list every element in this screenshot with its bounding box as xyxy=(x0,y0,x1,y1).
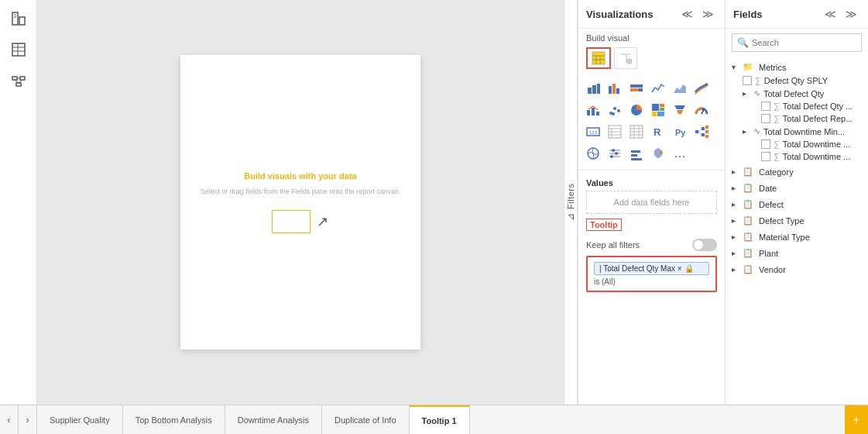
viz-row-2 xyxy=(583,100,720,120)
viz-slicer[interactable] xyxy=(605,143,625,164)
tree-group-header-material-type[interactable]: ▸ 📋 Material Type xyxy=(726,229,868,244)
bottom-tabs: ‹ › Supplier Quality Top Bottom Analysis… xyxy=(0,405,868,434)
tree-item-total-downtime-group[interactable]: ▸ ∿ Total Downtime Min... xyxy=(743,125,868,138)
viz-100-bar[interactable] xyxy=(626,78,647,98)
chevron-right-date: ▸ xyxy=(732,184,739,192)
tab-tooltip-1[interactable]: Tooltip 1 xyxy=(410,405,470,434)
viz-divider xyxy=(578,170,725,170)
report-icon[interactable] xyxy=(6,6,31,31)
viz-tab-format[interactable] xyxy=(614,47,637,69)
tree-item-total-downtime-2[interactable]: ∑ Total Downtime ... xyxy=(761,150,868,163)
vendor-label: Vendor xyxy=(759,265,786,274)
viz-stacked-bar[interactable] xyxy=(583,78,603,98)
canvas-placeholder: Build visuals with your data Select or d… xyxy=(201,171,401,234)
viz-r-visual[interactable]: R xyxy=(648,122,668,142)
fields-collapse-btn[interactable]: ≪ xyxy=(822,6,839,22)
tree-group-date: ▸ 📋 Date xyxy=(726,181,868,195)
item-total-defect-qty-1: Total Defect Qty ... xyxy=(783,102,853,111)
checkbox-total-downtime-2[interactable] xyxy=(761,152,770,161)
tree-item-total-defect-rep[interactable]: ∑ Total Defect Rep... xyxy=(761,112,868,125)
lock-icon: 🔒 xyxy=(684,264,694,273)
filters-panel[interactable]: ⊿ Filters xyxy=(564,0,578,405)
viz-ribbon[interactable] xyxy=(691,78,712,98)
checkbox-total-defect-qty-1[interactable] xyxy=(761,102,770,111)
tab-duplicate-of-info[interactable]: Duplicate of Info xyxy=(322,405,410,434)
tab-top-bottom-analysis[interactable]: Top Bottom Analysis xyxy=(123,405,225,434)
chevron-right-defect: ▸ xyxy=(732,200,739,208)
viz-pie[interactable] xyxy=(626,100,647,120)
filter-box: | Total Defect Qty Max × 🔒 is (All) xyxy=(586,256,717,292)
checkbox-total-defect-rep[interactable] xyxy=(761,114,770,123)
canvas-text: Select or drag fields from the Fields pa… xyxy=(201,187,401,197)
chevron-right-icon2: ▸ xyxy=(743,127,750,136)
svg-point-75 xyxy=(610,155,613,158)
viz-tab-table[interactable] xyxy=(586,47,611,69)
viz-python-visual[interactable]: Py xyxy=(670,122,690,142)
viz-area[interactable] xyxy=(670,78,690,98)
tree-item-total-downtime-1[interactable]: ∑ Total Downtime ... xyxy=(761,138,868,150)
svg-rect-14 xyxy=(592,52,605,64)
viz-line-clustered[interactable] xyxy=(583,100,603,120)
item-total-downtime-min: Total Downtime Min... xyxy=(763,127,845,136)
tree-item-defect-qty-sply[interactable]: ∑ Defect Qty SPLY xyxy=(743,74,868,87)
svg-rect-63 xyxy=(702,133,705,136)
tree-group-header-date[interactable]: ▸ 📋 Date xyxy=(726,181,868,195)
tab-add-button[interactable]: + xyxy=(845,405,868,434)
tree-group-header-metrics[interactable]: ▾ 📁 Metrics xyxy=(726,60,868,74)
tree-group-header-category[interactable]: ▸ 📋 Category xyxy=(726,164,868,179)
viz-expand-btn[interactable]: ≫ xyxy=(699,6,717,22)
viz-bar-chart2[interactable] xyxy=(626,143,647,164)
trend-icon: ∿ xyxy=(753,88,760,98)
viz-gauge[interactable] xyxy=(691,100,712,120)
viz-collapse-btn[interactable]: ≪ xyxy=(678,6,696,22)
chevron-right-category: ▸ xyxy=(732,167,739,176)
tab-scroll-left[interactable]: ‹ xyxy=(0,405,19,434)
viz-funnel[interactable] xyxy=(670,100,690,120)
metrics-folder-icon: 📁 xyxy=(743,62,753,72)
tree-group-header-defect-type[interactable]: ▸ 📋 Defect Type xyxy=(726,213,868,228)
tooltip-section: Tooltip xyxy=(586,219,622,234)
viz-map[interactable] xyxy=(583,143,603,164)
viz-table-visual[interactable] xyxy=(626,122,647,142)
viz-clustered-bar[interactable] xyxy=(605,78,625,98)
viz-matrix[interactable] xyxy=(605,122,625,142)
tab-scroll-right[interactable]: › xyxy=(19,405,37,434)
viz-treemap[interactable] xyxy=(648,100,668,120)
viz-row-4: … xyxy=(583,143,720,164)
tree-group-defect-type: ▸ 📋 Defect Type xyxy=(726,213,868,228)
search-input[interactable] xyxy=(752,38,859,47)
keep-filters-toggle[interactable] xyxy=(692,239,717,251)
svg-rect-39 xyxy=(660,104,664,107)
viz-filled-map[interactable] xyxy=(648,143,668,164)
checkbox-defect-qty-sply[interactable] xyxy=(743,76,752,85)
tree-item-total-defect-qty-group[interactable]: ▸ ∿ Total Defect Qty xyxy=(743,87,868,100)
tree-item-total-defect-qty-1[interactable]: ∑ Total Defect Qty ... xyxy=(761,100,868,112)
sigma-icon4: ∑ xyxy=(774,140,780,149)
tab-downtime-analysis[interactable]: Downtime Analysis xyxy=(225,405,322,434)
svg-point-79 xyxy=(660,151,663,154)
viz-decomp-tree[interactable] xyxy=(691,122,712,142)
svg-point-73 xyxy=(612,149,615,152)
tree-group-header-plant[interactable]: ▸ 📋 Plant xyxy=(726,246,868,260)
table-icon[interactable] xyxy=(6,37,31,62)
tree-group-header-vendor[interactable]: ▸ 📋 Vendor xyxy=(726,262,868,277)
svg-marker-44 xyxy=(677,110,683,114)
svg-rect-32 xyxy=(596,112,599,115)
viz-line[interactable] xyxy=(648,78,668,98)
checkbox-total-downtime-1[interactable] xyxy=(761,140,770,149)
filters-label[interactable]: ⊿ Filters xyxy=(565,184,576,221)
model-icon[interactable] xyxy=(6,68,31,93)
tree-group-header-defect[interactable]: ▸ 📋 Defect xyxy=(726,197,868,212)
fields-expand-btn[interactable]: ≫ xyxy=(842,6,860,22)
filter-tag[interactable]: | Total Defect Qty Max × 🔒 xyxy=(594,262,709,275)
chevron-down-icon: ▾ xyxy=(732,63,739,71)
tooltip-label: Tooltip xyxy=(586,219,622,231)
search-box[interactable]: 🔍 xyxy=(732,33,862,52)
viz-scatter[interactable] xyxy=(605,100,625,120)
viz-more[interactable]: … xyxy=(670,143,690,164)
keep-filters-row: Keep all filters xyxy=(586,239,717,251)
values-dropzone[interactable]: Add data fields here xyxy=(586,191,717,214)
tab-supplier-quality[interactable]: Supplier Quality xyxy=(37,405,123,434)
viz-card[interactable]: 123 xyxy=(583,122,603,142)
defect-icon: 📋 xyxy=(743,199,753,209)
